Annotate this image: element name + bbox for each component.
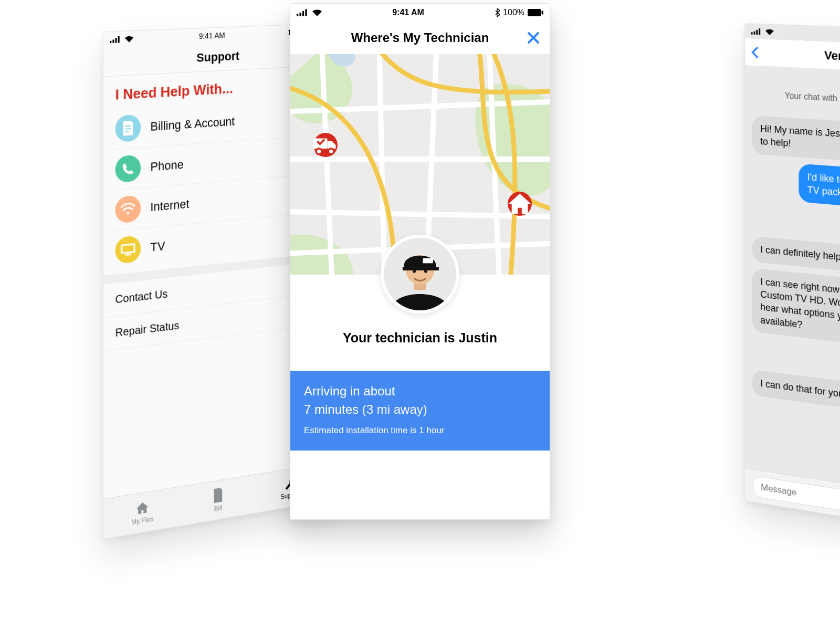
svg-rect-17 [759, 28, 760, 35]
eta-prefix: Arriving in about [304, 384, 395, 398]
technician-nav-title: Where's My Technician [351, 30, 489, 45]
technician-card: Your technician is Justin [290, 275, 550, 371]
svg-rect-22 [302, 11, 304, 16]
bluetooth-icon [495, 8, 500, 17]
battery-cluster: 100% [495, 8, 543, 17]
status-time: 9:41 AM [199, 31, 225, 41]
signal-cluster [751, 28, 774, 35]
eta-banner: Arriving in about 7 minutes (3 mi away) … [290, 371, 550, 451]
svg-rect-35 [423, 258, 433, 264]
eta-distance: (3 mi away) [362, 402, 427, 416]
technician-avatar [381, 235, 459, 313]
svg-point-30 [316, 149, 322, 154]
svg-rect-15 [754, 32, 755, 35]
svg-rect-25 [542, 11, 543, 15]
wifi-icon [312, 9, 322, 16]
close-icon[interactable] [527, 31, 540, 45]
svg-point-37 [424, 269, 427, 273]
internet-icon [115, 195, 141, 224]
technician-navbar: Where's My Technician [290, 22, 550, 54]
svg-rect-0 [110, 41, 111, 43]
cellular-icon [110, 36, 121, 43]
support-nav-title: Support [196, 49, 239, 65]
wifi-icon [125, 36, 133, 43]
chat-bubble-agent: I can do that for you. [752, 370, 840, 409]
truck-pin-icon [313, 133, 338, 157]
eta-install-time: Estimated installation time is 1 hour [304, 425, 536, 436]
tab-my-fios[interactable]: My Fios [120, 497, 165, 528]
svg-rect-1 [112, 39, 114, 43]
cellular-icon [751, 28, 762, 35]
billing-icon [115, 114, 141, 142]
technician-screen-wrap: 9:41 AM 100% Where's My Technician [290, 3, 550, 520]
battery-percent: 100% [503, 8, 524, 17]
category-label: Billing & Account [150, 114, 235, 134]
svg-rect-23 [305, 9, 307, 16]
svg-line-13 [125, 255, 131, 255]
svg-rect-12 [122, 244, 134, 253]
phone-icon [115, 154, 141, 183]
svg-rect-24 [528, 9, 541, 16]
svg-rect-14 [751, 32, 753, 34]
chat-screen: 9:41 AM 100% Verizon Chat End Chat ⋮ fio… [744, 23, 840, 540]
eta-minutes: 7 minutes [304, 402, 359, 416]
wifi-icon [765, 28, 774, 35]
svg-point-31 [328, 149, 334, 154]
message-input[interactable] [752, 475, 840, 526]
tab-label: My Fios [131, 515, 153, 526]
home-icon [135, 500, 149, 516]
chat-scroll-area[interactable]: fios Your chat with the agent has connec… [745, 66, 840, 504]
svg-rect-16 [756, 30, 758, 35]
battery-icon [528, 9, 543, 16]
svg-rect-3 [118, 36, 120, 43]
chat-nav-title: Verizon Chat [824, 48, 840, 66]
status-bar: 9:41 AM 100% [290, 4, 550, 22]
technician-screen: 9:41 AM 100% Where's My Technician [290, 3, 550, 520]
status-time: 9:41 AM [392, 8, 424, 17]
category-label: Internet [150, 197, 189, 215]
showcase-stage: 9:41 AM 100% Support I Need Help With... [84, 0, 756, 530]
svg-rect-21 [299, 13, 301, 16]
back-icon[interactable] [751, 46, 759, 58]
svg-point-11 [127, 212, 129, 215]
tv-icon [115, 235, 141, 264]
signal-cluster [110, 36, 133, 44]
signal-cluster [297, 9, 322, 16]
cellular-icon [297, 9, 309, 16]
svg-rect-2 [115, 38, 117, 43]
home-pin-icon [508, 192, 532, 216]
eta-line-1: Arriving in about 7 minutes (3 mi away) [304, 382, 536, 419]
technician-name-line: Your technician is Justin [343, 330, 497, 346]
tab-label: Bill [214, 504, 222, 513]
svg-rect-20 [297, 14, 298, 16]
tab-bill[interactable]: Bill [197, 485, 239, 516]
svg-point-36 [413, 269, 416, 273]
category-label: Phone [150, 158, 183, 174]
bill-icon [213, 487, 224, 503]
svg-rect-10 [125, 131, 129, 133]
category-label: TV [150, 239, 165, 255]
